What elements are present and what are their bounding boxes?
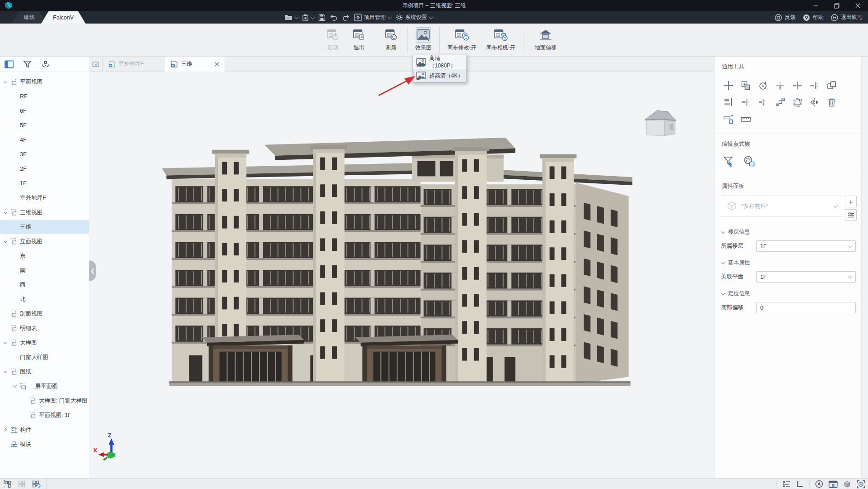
canvas-viewport[interactable]: Z X ❮ bbox=[89, 72, 714, 478]
grid-reset-icon[interactable] bbox=[32, 480, 41, 489]
minimize-button[interactable] bbox=[806, 0, 826, 11]
tree-item[interactable]: 三维视图 bbox=[0, 205, 89, 220]
match-icon[interactable] bbox=[823, 77, 840, 94]
chevron-down-icon[interactable] bbox=[2, 79, 8, 85]
tree-item[interactable]: 4F bbox=[0, 133, 89, 147]
new-clipboard-button[interactable] bbox=[302, 14, 314, 21]
edit-family-icon[interactable] bbox=[743, 155, 755, 168]
select-filter-icon[interactable] bbox=[723, 155, 735, 168]
view-tab-site[interactable]: 室外地坪F bbox=[103, 57, 165, 72]
layer-list-icon[interactable] bbox=[782, 480, 791, 488]
tree-item[interactable]: 图纸 bbox=[0, 364, 89, 379]
group-header-floor[interactable]: 楼层信息 bbox=[715, 222, 861, 238]
array-linear-icon[interactable] bbox=[772, 94, 789, 110]
tree-item[interactable]: 西 bbox=[0, 278, 89, 292]
exit-button[interactable]: 退出 bbox=[346, 26, 372, 52]
align-edge-icon[interactable] bbox=[754, 94, 772, 110]
tree-item[interactable]: 5F bbox=[0, 118, 89, 133]
grid-light-icon[interactable] bbox=[18, 480, 26, 489]
tree-item[interactable]: 模块 bbox=[0, 437, 89, 451]
zoom-region-icon[interactable] bbox=[857, 480, 865, 489]
sync-edit-button[interactable]: 同步修改-开 bbox=[442, 26, 481, 52]
save-button[interactable] bbox=[318, 14, 326, 21]
panel-view-icon[interactable] bbox=[0, 57, 18, 72]
chevron-down-icon[interactable] bbox=[2, 369, 8, 375]
grid-select-icon[interactable] bbox=[4, 480, 12, 489]
tree-item[interactable]: 立面视图 bbox=[0, 234, 89, 249]
tree-item[interactable]: 平面视图: 1F bbox=[0, 408, 89, 422]
property-filter-button[interactable] bbox=[845, 209, 857, 221]
chevron-down-icon[interactable] bbox=[429, 14, 433, 19]
window-help-icon[interactable] bbox=[829, 480, 838, 488]
add-property-button[interactable]: + bbox=[845, 196, 857, 207]
tree-item[interactable]: 剖面视图 bbox=[0, 307, 89, 321]
bottom-offset-input[interactable] bbox=[756, 302, 856, 313]
feedback-link[interactable]: 反馈 bbox=[775, 14, 796, 21]
delete-icon[interactable] bbox=[823, 94, 840, 110]
mirror-icon[interactable] bbox=[806, 94, 823, 110]
tree-item[interactable]: 一层平面图 bbox=[0, 379, 89, 393]
help-link[interactable]: 帮助 bbox=[803, 14, 824, 21]
corner-axis-icon[interactable] bbox=[796, 480, 804, 488]
tree-item[interactable]: 构件 bbox=[0, 422, 89, 437]
refresh-button[interactable]: 刷新 bbox=[378, 26, 404, 52]
component-type-selector[interactable]: *多种构件* bbox=[721, 196, 842, 216]
open-folder-button[interactable] bbox=[284, 14, 298, 21]
system-settings-menu[interactable]: 系统设置 bbox=[395, 14, 432, 21]
tree-item[interactable]: 大样图 bbox=[0, 336, 89, 350]
floor-select[interactable]: 1F bbox=[756, 240, 856, 252]
tree-item[interactable]: 平面视图 bbox=[0, 75, 89, 89]
tree-item[interactable]: 2F bbox=[0, 162, 89, 176]
sidebar-collapse-handle[interactable]: ❮ bbox=[89, 260, 96, 281]
menu-item-4k[interactable]: 4K 超高清（4K） bbox=[413, 69, 466, 82]
restore-view-icon[interactable] bbox=[89, 57, 103, 72]
chevron-right-icon[interactable] bbox=[2, 427, 8, 433]
project-management-menu[interactable]: 项目管理 bbox=[354, 14, 391, 21]
sync-camera-button[interactable]: 同步相机-开 bbox=[481, 26, 520, 52]
chevron-down-icon[interactable] bbox=[294, 14, 299, 19]
view-tab-3d[interactable]: 三维 bbox=[165, 57, 225, 72]
measure-icon[interactable] bbox=[737, 110, 754, 127]
tab-architecture[interactable]: 建筑 bbox=[12, 11, 47, 24]
align-center-icon[interactable] bbox=[737, 94, 754, 110]
locate-icon[interactable] bbox=[36, 57, 54, 72]
tree-item[interactable]: 北 bbox=[0, 292, 89, 307]
tree-item[interactable]: 1F bbox=[0, 176, 89, 191]
tree-item[interactable]: 南 bbox=[0, 263, 89, 278]
extend-icon[interactable] bbox=[806, 77, 823, 94]
tree-item[interactable]: 3F bbox=[0, 147, 89, 162]
filter-icon[interactable] bbox=[18, 57, 36, 72]
chevron-down-icon[interactable] bbox=[388, 14, 392, 19]
redo-button[interactable] bbox=[342, 14, 350, 21]
plane-select[interactable]: 1F bbox=[756, 271, 856, 283]
right-scroll-strip[interactable] bbox=[861, 57, 868, 478]
menu-item-1080p[interactable]: 1080P 高清（1080P） bbox=[413, 55, 466, 69]
chevron-down-icon[interactable] bbox=[2, 239, 8, 244]
align-stack-icon[interactable] bbox=[720, 94, 737, 110]
trim-icon[interactable] bbox=[772, 77, 789, 94]
copy-icon[interactable] bbox=[737, 77, 754, 94]
tree-item[interactable]: 门窗大样图 bbox=[0, 350, 89, 364]
group-header-position[interactable]: 定位信息 bbox=[715, 283, 861, 299]
tree-item[interactable]: 东 bbox=[0, 249, 89, 263]
undo-button[interactable] bbox=[330, 14, 338, 21]
close-icon[interactable] bbox=[215, 62, 219, 67]
render-image-button[interactable]: 效果图 bbox=[410, 26, 436, 52]
ground-offset-button[interactable]: 地面偏移 bbox=[526, 26, 565, 52]
tree-item[interactable]: 三维 bbox=[0, 220, 89, 234]
group-header-basic[interactable]: 基本属性 bbox=[715, 253, 861, 268]
auto-mode-icon[interactable] bbox=[815, 480, 823, 488]
chevron-down-icon[interactable] bbox=[2, 210, 8, 216]
view-cube-house[interactable] bbox=[642, 106, 679, 139]
tree-item[interactable]: 6F bbox=[0, 104, 89, 118]
chevron-down-icon[interactable] bbox=[2, 340, 8, 346]
logout-link[interactable]: 退出账号 bbox=[831, 14, 863, 21]
offset-copy-icon[interactable] bbox=[720, 110, 737, 127]
move-icon[interactable] bbox=[720, 77, 737, 94]
tree-item[interactable]: RF bbox=[0, 89, 89, 104]
tree-item[interactable]: 明细表 bbox=[0, 321, 89, 336]
solid-box-icon[interactable] bbox=[843, 480, 851, 488]
maximize-button[interactable] bbox=[826, 0, 847, 11]
split-icon[interactable] bbox=[789, 77, 806, 94]
tree-item[interactable]: 大样图: 门窗大样图 bbox=[0, 393, 89, 408]
